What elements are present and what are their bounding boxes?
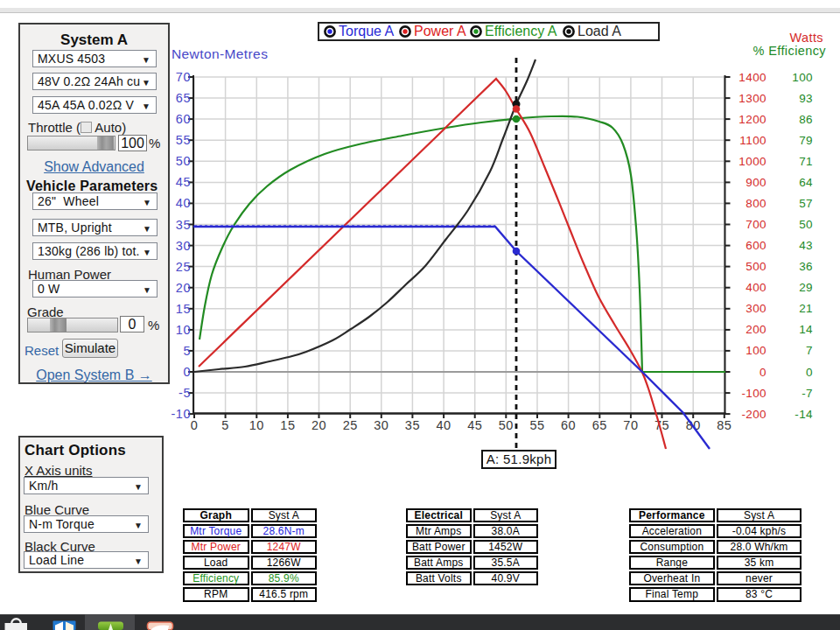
svg-text:0: 0 [191, 418, 199, 432]
svg-text:21: 21 [799, 302, 813, 315]
svg-text:29: 29 [799, 281, 813, 294]
svg-text:40: 40 [176, 196, 191, 210]
svg-text:55: 55 [529, 418, 544, 432]
svg-text:300: 300 [746, 302, 766, 315]
svg-text:57: 57 [799, 197, 813, 210]
svg-text:-7: -7 [802, 387, 813, 400]
svg-text:70: 70 [623, 418, 638, 432]
svg-text:36: 36 [799, 260, 813, 273]
svg-text:600: 600 [746, 239, 766, 252]
svg-text:15: 15 [280, 418, 295, 432]
svg-text:100: 100 [792, 71, 813, 84]
svg-text:1100: 1100 [739, 134, 766, 147]
svg-text:200: 200 [746, 323, 766, 336]
svg-text:0: 0 [760, 366, 766, 379]
svg-text:Newton-Metres: Newton-Metres [172, 46, 268, 61]
svg-text:Watts: Watts [789, 31, 823, 45]
svg-text:64: 64 [799, 176, 813, 189]
svg-text:0: 0 [806, 366, 813, 379]
svg-text:1200: 1200 [738, 113, 766, 126]
svg-text:35: 35 [176, 218, 191, 232]
svg-text:40: 40 [437, 418, 452, 432]
svg-text:% Efficiency: % Efficiency [752, 44, 826, 58]
svg-text:25: 25 [343, 418, 358, 432]
svg-text:-10: -10 [172, 407, 191, 421]
svg-text:85: 85 [717, 418, 732, 432]
svg-text:5: 5 [221, 418, 229, 432]
svg-text:100: 100 [746, 344, 766, 357]
svg-text:-200: -200 [741, 408, 766, 421]
svg-text:0: 0 [183, 365, 191, 379]
svg-text:1300: 1300 [738, 92, 766, 105]
svg-text:10: 10 [176, 323, 191, 337]
svg-text:55: 55 [176, 133, 191, 147]
svg-text:30: 30 [176, 239, 191, 253]
svg-text:10: 10 [249, 418, 264, 432]
svg-text:400: 400 [746, 281, 766, 294]
svg-text:7: 7 [806, 344, 813, 357]
svg-text:71: 71 [799, 155, 813, 168]
svg-text:-5: -5 [178, 386, 191, 400]
svg-text:86: 86 [799, 113, 813, 126]
svg-text:75: 75 [654, 418, 669, 432]
svg-text:20: 20 [312, 418, 326, 432]
svg-text:45: 45 [467, 418, 482, 432]
svg-text:65: 65 [592, 418, 607, 432]
svg-text:20: 20 [176, 281, 191, 295]
svg-text:-100: -100 [741, 387, 766, 400]
svg-text:45: 45 [176, 175, 191, 189]
svg-text:50: 50 [799, 218, 813, 231]
svg-text:65: 65 [176, 91, 191, 105]
svg-text:900: 900 [746, 176, 766, 189]
svg-text:35: 35 [405, 418, 420, 432]
svg-text:5: 5 [183, 344, 191, 358]
svg-text:700: 700 [746, 218, 766, 231]
svg-text:1400: 1400 [738, 71, 766, 84]
svg-text:25: 25 [176, 260, 191, 274]
svg-text:50: 50 [499, 418, 514, 432]
svg-text:79: 79 [799, 134, 813, 147]
svg-text:60: 60 [176, 112, 191, 126]
svg-text:1000: 1000 [738, 155, 766, 168]
svg-text:70: 70 [176, 70, 191, 84]
svg-text:60: 60 [561, 418, 576, 432]
svg-text:43: 43 [799, 239, 813, 252]
svg-text:800: 800 [746, 197, 766, 210]
svg-text:93: 93 [799, 92, 813, 105]
svg-text:50: 50 [176, 154, 191, 168]
svg-text:500: 500 [746, 260, 766, 273]
svg-text:30: 30 [374, 418, 388, 432]
svg-text:15: 15 [176, 302, 191, 316]
svg-text:14: 14 [799, 323, 813, 336]
svg-text:-14: -14 [794, 408, 813, 421]
